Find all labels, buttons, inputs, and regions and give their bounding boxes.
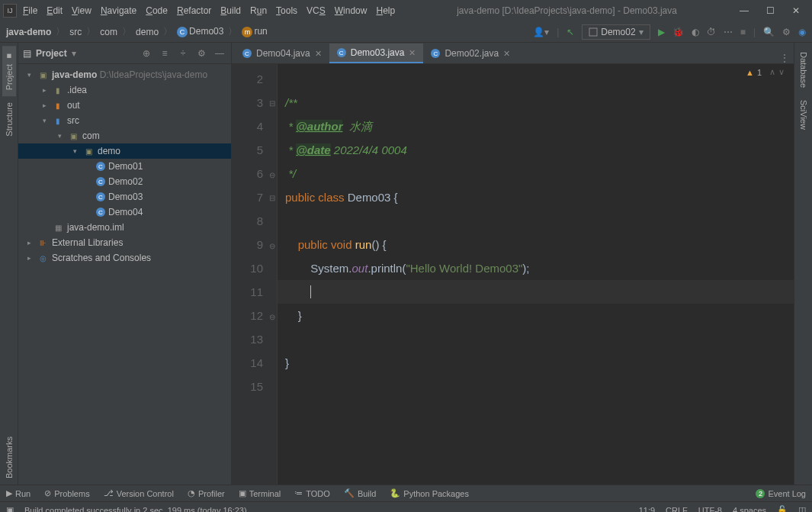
fold-icon[interactable]: ⊖: [269, 234, 275, 258]
fold-icon[interactable]: ⊖: [269, 305, 275, 329]
tree-item[interactable]: CDemo03: [18, 189, 231, 204]
close-icon[interactable]: ✕: [503, 49, 510, 59]
settings-icon[interactable]: ⚙: [782, 27, 791, 37]
select-opened-icon[interactable]: ⊕: [140, 47, 153, 60]
menu-build[interactable]: Build: [220, 5, 241, 16]
folder-icon: ▤: [23, 48, 31, 59]
menu-window[interactable]: Window: [335, 5, 367, 16]
close-icon[interactable]: ✕: [409, 48, 416, 58]
tool-build[interactable]: 🔨 Build: [344, 488, 376, 498]
tool-run[interactable]: ▶ Run: [6, 488, 30, 498]
warning-icon: ▲: [746, 68, 754, 77]
tool-todo[interactable]: ≔ TODO: [294, 488, 330, 498]
sidebar-tab-project[interactable]: Project ■: [2, 46, 16, 96]
lock-icon[interactable]: 🔓: [777, 505, 788, 512]
menu-vcs[interactable]: VCS: [307, 5, 326, 16]
menu-refactor[interactable]: Refactor: [177, 5, 211, 16]
expand-all-icon[interactable]: ≡: [158, 47, 172, 60]
tree-item[interactable]: ▾▮src: [18, 113, 231, 128]
tool-profiler[interactable]: ◔ Profiler: [188, 488, 225, 498]
sidebar-tab-structure[interactable]: Structure: [2, 96, 16, 143]
tool-eventlog[interactable]: 2 Event Log: [756, 489, 806, 498]
status-position[interactable]: 11:9: [639, 506, 655, 513]
tool-problems[interactable]: ⊘ Problems: [44, 488, 89, 498]
fold-icon[interactable]: ⊖: [269, 163, 275, 187]
panel-settings-icon[interactable]: ⚙: [194, 47, 208, 60]
tree-item[interactable]: ▸▮out: [18, 98, 231, 113]
menu-tools[interactable]: Tools: [276, 5, 297, 16]
stop-icon[interactable]: ■: [740, 27, 746, 37]
breadcrumb-src[interactable]: src: [69, 27, 82, 37]
status-encoding[interactable]: UTF-8: [698, 506, 722, 513]
sidebar-tab-database[interactable]: Database: [797, 46, 810, 94]
status-message: Build completed successfully in 2 sec, 1…: [24, 506, 628, 513]
line-gutter[interactable]: 23456789101112131415 ⊟ ⊖ ⊟ ⊖ ⊖: [232, 64, 278, 485]
debug-icon[interactable]: 🐞: [672, 27, 684, 37]
menu-view[interactable]: View: [72, 5, 91, 16]
tab-demo02[interactable]: CDemo02.java✕: [423, 43, 518, 63]
fold-icon[interactable]: ⊟: [269, 92, 275, 115]
menu-run[interactable]: Run: [250, 5, 267, 16]
code-editor[interactable]: /** * @author 水滴 * @date 2022/4/4 0004 *…: [278, 64, 794, 485]
menu-help[interactable]: Help: [376, 5, 395, 16]
breadcrumb-com[interactable]: com: [100, 27, 117, 37]
collapse-all-icon[interactable]: ÷: [176, 47, 190, 60]
tree-item[interactable]: ▾▣com: [18, 128, 231, 143]
status-eol[interactable]: CRLF: [666, 506, 688, 513]
svg-rect-0: [589, 28, 597, 36]
menu-code[interactable]: Code: [146, 5, 168, 16]
maximize-icon[interactable]: ☐: [765, 5, 775, 16]
minimize-icon[interactable]: —: [739, 5, 749, 16]
breadcrumb-class[interactable]: CDemo03: [177, 26, 223, 37]
tree-item[interactable]: ▸▮.idea: [18, 82, 231, 98]
panel-hide-icon[interactable]: —: [213, 47, 226, 60]
menu-file[interactable]: File: [23, 5, 37, 16]
menu-edit[interactable]: Edit: [47, 5, 63, 16]
app-logo: IJ: [3, 4, 17, 18]
profile-icon[interactable]: ⏱: [707, 27, 716, 37]
breadcrumb-root[interactable]: java-demo: [6, 27, 51, 37]
tool-terminal[interactable]: ▣ Terminal: [239, 488, 281, 498]
tree-root[interactable]: ▾▣java-demo D:\IdeaProjects\java-demo: [18, 67, 231, 82]
panel-title: Project: [36, 48, 67, 59]
tool-vc[interactable]: ⎇ Version Control: [104, 488, 174, 498]
close-icon[interactable]: ✕: [315, 49, 322, 59]
tree-item[interactable]: CDemo01: [18, 159, 231, 174]
tree-item[interactable]: ▸⊪External Libraries: [18, 235, 231, 250]
inspection-warnings[interactable]: ▲1 ∧∨: [746, 67, 785, 77]
breadcrumb-demo[interactable]: demo: [136, 27, 159, 37]
tab-demo03[interactable]: CDemo03.java✕: [329, 43, 424, 63]
learn-icon[interactable]: ◉: [798, 27, 806, 37]
sidebar-tab-bookmarks[interactable]: Bookmarks: [2, 430, 16, 485]
tab-demo04[interactable]: CDemo04.java✕: [235, 43, 329, 63]
close-icon[interactable]: ✕: [791, 5, 801, 16]
tree-item-demo[interactable]: ▾▣demo: [18, 143, 231, 159]
window-title: java-demo [D:\IdeaProjects\java-demo] - …: [457, 5, 677, 16]
tree-item[interactable]: CDemo02: [18, 174, 231, 189]
status-icon[interactable]: ▣: [6, 505, 14, 512]
memory-icon[interactable]: ◫: [798, 505, 806, 512]
tree-item[interactable]: ▸◎Scratches and Consoles: [18, 250, 231, 266]
tool-python[interactable]: 🐍 Python Packages: [390, 488, 469, 498]
sidebar-tab-sciview[interactable]: SciView: [797, 94, 810, 136]
run-config-select[interactable]: Demo02 ▾: [582, 24, 650, 40]
back-icon[interactable]: ↖: [566, 27, 574, 37]
coverage-icon[interactable]: ◐: [692, 27, 699, 37]
fold-icon[interactable]: ⊟: [269, 186, 275, 210]
status-indent[interactable]: 4 spaces: [733, 506, 766, 513]
tree-item[interactable]: CDemo04: [18, 204, 231, 220]
add-user-icon[interactable]: 👤▾: [533, 27, 549, 37]
search-icon[interactable]: 🔍: [763, 27, 775, 37]
breadcrumb-method[interactable]: mrun: [242, 26, 267, 37]
menu-navigate[interactable]: Navigate: [101, 5, 136, 16]
more-icon[interactable]: ⋮: [780, 53, 789, 63]
play-icon[interactable]: ▶: [658, 27, 665, 37]
tree-item[interactable]: ▦java-demo.iml: [18, 220, 231, 235]
